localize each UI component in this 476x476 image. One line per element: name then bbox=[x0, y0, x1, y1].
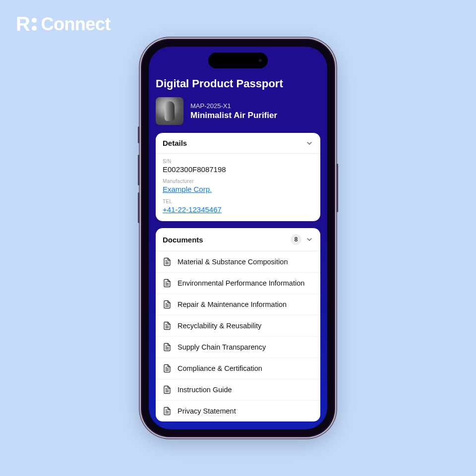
manufacturer-link[interactable]: Example Corp. bbox=[163, 185, 212, 193]
product-code: MAP-2025-X1 bbox=[190, 102, 277, 110]
document-item[interactable]: Supply Chain Transparency bbox=[156, 336, 320, 357]
document-label: Privacy Statement bbox=[178, 407, 236, 415]
phone-volume-down bbox=[138, 192, 140, 223]
document-label: Repair & Maintenance Information bbox=[178, 300, 287, 308]
manufacturer-label: Manufacturer bbox=[163, 178, 313, 184]
chevron-down-icon bbox=[305, 236, 313, 243]
logo-dots-icon bbox=[32, 18, 37, 31]
phone-power-button bbox=[336, 164, 338, 212]
document-item[interactable]: Privacy Statement bbox=[156, 400, 320, 421]
front-camera-icon bbox=[258, 58, 263, 63]
field-tel: TEL +41-22-12345467 bbox=[163, 199, 313, 214]
document-item[interactable]: Environmental Performance Information bbox=[156, 272, 320, 294]
document-icon bbox=[163, 364, 172, 373]
dynamic-island bbox=[208, 53, 268, 68]
details-card: Details S/N E002300F8087198 Manufacturer… bbox=[156, 133, 320, 221]
document-label: Compliance & Certification bbox=[178, 364, 262, 372]
field-serial-number: S/N E002300F8087198 bbox=[163, 159, 313, 174]
document-item[interactable]: Material & Substance Composition bbox=[156, 251, 320, 272]
product-name: Minimalist Air Purifier bbox=[190, 111, 277, 120]
documents-count-badge: 8 bbox=[291, 234, 301, 245]
document-icon bbox=[163, 321, 172, 330]
document-icon bbox=[163, 385, 172, 394]
document-icon bbox=[163, 407, 172, 416]
logo-r-glyph: R bbox=[16, 13, 30, 35]
documents-title: Documents bbox=[163, 236, 203, 244]
brand-name: Connect bbox=[41, 14, 111, 35]
tel-link[interactable]: +41-22-12345467 bbox=[163, 205, 222, 214]
document-icon bbox=[163, 279, 172, 288]
brand-logo: R Connect bbox=[16, 13, 111, 35]
document-label: Instruction Guide bbox=[178, 386, 232, 394]
document-item[interactable]: Repair & Maintenance Information bbox=[156, 294, 320, 315]
phone-volume-up bbox=[138, 155, 140, 185]
document-icon bbox=[163, 257, 172, 266]
document-item[interactable]: Compliance & Certification bbox=[156, 357, 320, 379]
phone-frame: Digital Product Passport MAP-2025-X1 Min… bbox=[142, 40, 334, 436]
details-header[interactable]: Details bbox=[156, 133, 320, 154]
phone-silent-switch bbox=[138, 126, 140, 143]
field-manufacturer: Manufacturer Example Corp. bbox=[163, 178, 313, 194]
documents-header[interactable]: Documents 8 bbox=[156, 228, 320, 251]
document-icon bbox=[163, 343, 172, 352]
product-header: MAP-2025-X1 Minimalist Air Purifier bbox=[156, 97, 320, 125]
document-label: Environmental Performance Information bbox=[178, 279, 304, 287]
product-thumbnail bbox=[156, 97, 183, 125]
document-icon bbox=[163, 300, 172, 309]
sn-value: E002300F8087198 bbox=[163, 165, 313, 174]
tel-label: TEL bbox=[163, 199, 313, 204]
chevron-down-icon bbox=[305, 139, 313, 147]
page-title: Digital Product Passport bbox=[156, 77, 320, 90]
document-item[interactable]: Recyclability & Reusability bbox=[156, 315, 320, 336]
document-label: Material & Substance Composition bbox=[178, 258, 288, 266]
document-label: Supply Chain Transparency bbox=[178, 343, 266, 351]
phone-screen: Digital Product Passport MAP-2025-X1 Min… bbox=[149, 47, 327, 429]
documents-card: Documents 8 Material & Substance Composi… bbox=[156, 228, 320, 421]
document-item[interactable]: Instruction Guide bbox=[156, 379, 320, 400]
documents-list: Material & Substance CompositionEnvironm… bbox=[156, 251, 320, 421]
details-title: Details bbox=[163, 139, 187, 147]
sn-label: S/N bbox=[163, 159, 313, 164]
document-label: Recyclability & Reusability bbox=[178, 322, 261, 330]
